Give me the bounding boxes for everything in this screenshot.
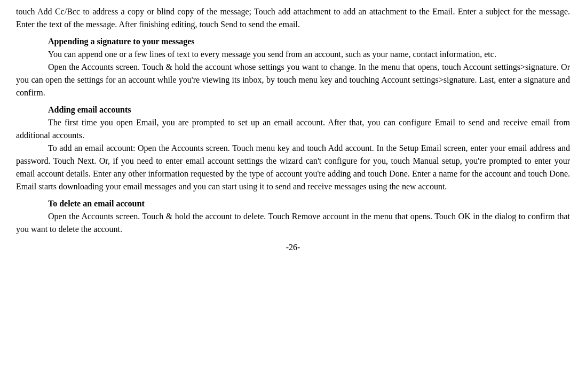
section1-heading: Appending a signature to your messages xyxy=(16,35,570,48)
section3-para1: Open the Accounts screen. Touch & hold t… xyxy=(16,210,570,236)
section1-para1: You can append one or a few lines of tex… xyxy=(16,48,570,61)
section3-heading: To delete an email account xyxy=(16,197,570,210)
section2-para1: The first time you open Email, you are p… xyxy=(16,116,570,142)
section1-para2: Open the Accounts screen. Touch & hold t… xyxy=(16,61,570,99)
section2-heading: Adding email accounts xyxy=(16,103,570,116)
intro-paragraph: touch Add Cc/Bcc to address a copy or bl… xyxy=(16,5,570,31)
section2-para2: To add an email account: Open the Accoun… xyxy=(16,142,570,193)
page-container: touch Add Cc/Bcc to address a copy or bl… xyxy=(0,0,586,392)
page-number: -26- xyxy=(16,241,570,254)
